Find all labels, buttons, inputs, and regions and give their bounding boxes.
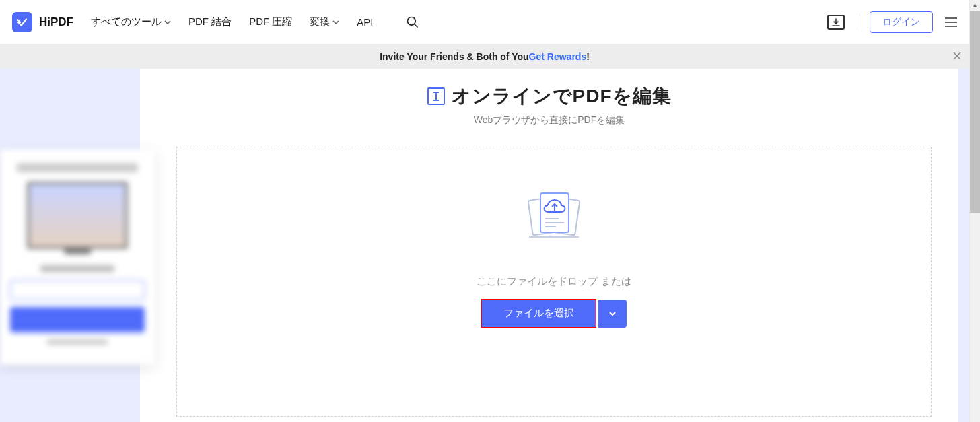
download-desktop-button[interactable] <box>827 15 845 30</box>
search-icon <box>406 15 419 29</box>
nav-convert-label: 変換 <box>310 15 330 28</box>
popup-subtitle-placeholder <box>40 265 114 272</box>
close-icon <box>953 52 961 60</box>
scroll-thumb[interactable] <box>970 11 981 213</box>
download-icon <box>832 18 840 26</box>
nav-all-tools[interactable]: すべてのツール <box>91 15 171 28</box>
drop-instruction-text: ここにファイルをドロップ または <box>177 275 931 288</box>
choose-file-dropdown-button[interactable] <box>598 300 627 328</box>
svg-point-0 <box>407 17 415 25</box>
nav-compress-label: PDF 圧縮 <box>249 15 292 28</box>
file-drop-zone[interactable]: ここにファイルをドロップ または ファイルを選択 <box>176 147 932 417</box>
nav-api[interactable]: API <box>357 16 373 28</box>
search-button[interactable] <box>406 15 419 29</box>
promo-close-button[interactable] <box>953 50 961 63</box>
header-right: ログイン <box>827 11 957 33</box>
nav-merge-label: PDF 結合 <box>188 15 232 28</box>
divider <box>857 13 858 31</box>
edit-text-icon <box>427 87 445 105</box>
promo-text-suffix: ! <box>586 51 590 62</box>
main-header: HiPDF すべてのツール PDF 結合 PDF 圧縮 変換 API <box>0 0 969 44</box>
page-subtitle: Webブラウザから直接にPDFを編集 <box>140 114 958 127</box>
menu-button[interactable] <box>945 17 957 27</box>
brand-mark-icon <box>12 12 32 32</box>
page-title: オンラインでPDFを編集 <box>452 83 672 109</box>
page-body: オンラインでPDFを編集 Webブラウザから直接にPDFを編集 ここにファイルを… <box>0 69 969 422</box>
promo-text-prefix: Invite Your Friends & Both of You <box>380 51 528 62</box>
choose-file-button[interactable]: ファイルを選択 <box>481 299 596 328</box>
nav-api-label: API <box>357 16 373 28</box>
chevron-down-icon <box>164 19 171 26</box>
nav-convert[interactable]: 変換 <box>310 15 339 28</box>
nav-all-tools-label: すべてのツール <box>91 15 162 28</box>
popup-image-placeholder <box>27 182 128 249</box>
choose-file-row: ファイルを選択 <box>177 299 931 328</box>
popup-secondary-button[interactable] <box>10 280 145 300</box>
popup-footer-placeholder <box>47 339 108 345</box>
promo-banner: Invite Your Friends & Both of You Get Re… <box>0 44 969 69</box>
nav-compress[interactable]: PDF 圧縮 <box>249 15 292 28</box>
chevron-down-icon <box>608 309 617 318</box>
side-promo-popup[interactable] <box>0 149 155 365</box>
popup-title-placeholder <box>17 163 138 172</box>
page-scrollbar[interactable]: ▲ <box>969 0 980 422</box>
brand-name: HiPDF <box>39 15 73 29</box>
popup-primary-button[interactable] <box>10 307 145 332</box>
upload-illustration-icon <box>517 188 591 242</box>
brand-logo[interactable]: HiPDF <box>12 12 73 32</box>
content-card: オンラインでPDFを編集 Webブラウザから直接にPDFを編集 ここにファイルを… <box>140 69 958 422</box>
main-nav: すべてのツール PDF 結合 PDF 圧縮 変換 API <box>91 15 419 29</box>
login-button[interactable]: ログイン <box>870 11 933 33</box>
promo-link[interactable]: Get Rewards <box>529 51 587 62</box>
page-title-row: オンラインでPDFを編集 <box>140 83 958 109</box>
svg-line-1 <box>414 24 417 27</box>
hamburger-icon <box>945 17 957 19</box>
nav-merge[interactable]: PDF 結合 <box>188 15 232 28</box>
chevron-down-icon <box>332 19 339 26</box>
scroll-up-arrow-icon[interactable]: ▲ <box>972 0 979 11</box>
